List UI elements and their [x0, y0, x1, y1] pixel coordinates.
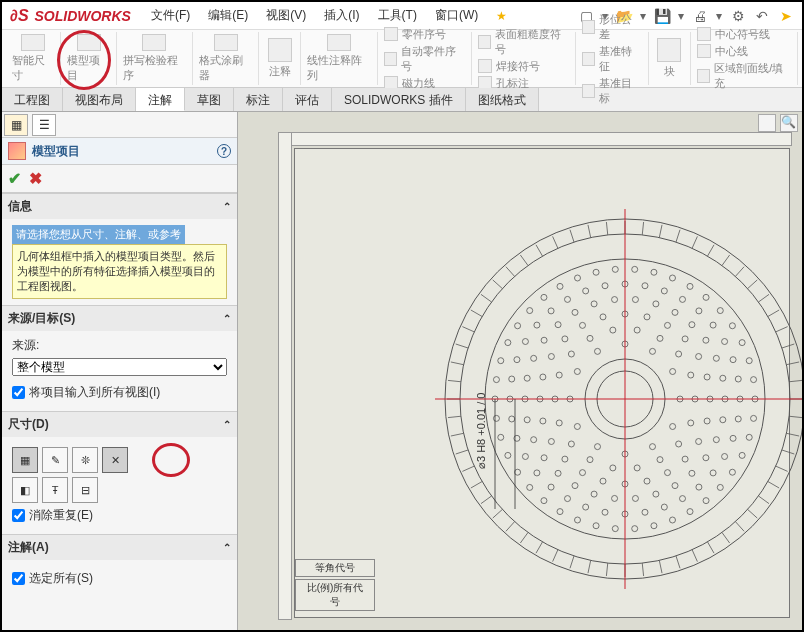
section-anno-header[interactable]: 注解(A)⌃ — [2, 535, 237, 560]
svg-line-225 — [786, 362, 799, 365]
ribbon-model-items[interactable]: 模型项目 — [61, 32, 116, 85]
tab-sw-addins[interactable]: SOLIDWORKS 插件 — [332, 88, 466, 111]
ribbon-auto-balloon[interactable]: 自动零件序号 — [384, 44, 465, 74]
svg-point-58 — [704, 374, 710, 380]
svg-line-175 — [735, 522, 744, 532]
dim-btn-instance[interactable]: ✎ — [42, 447, 68, 473]
eliminate-dup-checkbox[interactable]: 消除重复(E) — [12, 507, 227, 524]
svg-point-132 — [687, 509, 693, 515]
svg-point-94 — [696, 484, 702, 490]
svg-point-69 — [572, 483, 578, 489]
svg-point-111 — [534, 322, 540, 328]
svg-line-176 — [722, 532, 730, 543]
svg-point-128 — [739, 452, 745, 458]
svg-line-203 — [481, 294, 492, 302]
svg-point-163 — [729, 323, 735, 329]
svg-point-80 — [591, 301, 597, 307]
svg-point-19 — [676, 441, 682, 447]
chevron-up-icon: ⌃ — [223, 419, 231, 430]
svg-point-79 — [572, 309, 578, 315]
dim-btn-6[interactable]: Ŧ — [42, 477, 68, 503]
svg-line-196 — [448, 416, 461, 417]
tab-sheet-format[interactable]: 图纸格式 — [466, 88, 539, 111]
app-logo: ∂S SOLIDWORKS — [10, 7, 131, 25]
svg-point-119 — [680, 296, 686, 302]
svg-point-147 — [493, 377, 499, 383]
dim-btn-hole-wizard[interactable]: ✕ — [102, 447, 128, 473]
source-label: 来源: — [12, 337, 227, 354]
dim-btn-7[interactable]: ⊟ — [72, 477, 98, 503]
import-all-checkbox[interactable]: 将项目输入到所有视图(I) — [12, 384, 227, 401]
tab-sketch[interactable]: 草图 — [185, 88, 234, 111]
help-icon[interactable]: ? — [217, 144, 231, 158]
canvas-tool-search[interactable]: 🔍 — [780, 114, 798, 132]
ribbon-datum-target[interactable]: 基准目标 — [582, 76, 642, 106]
tab-view-layout[interactable]: 视图布局 — [63, 88, 136, 111]
svg-line-170 — [782, 450, 794, 454]
options-icon[interactable]: ⚙ — [730, 8, 746, 24]
ribbon-smart-dimension[interactable]: 智能尺寸 — [6, 32, 61, 85]
ribbon-surface-finish[interactable]: 表面粗糙度符号 — [478, 27, 569, 57]
svg-point-7 — [650, 444, 656, 450]
menu-star-icon[interactable]: ★ — [496, 9, 507, 23]
print-icon[interactable]: 🖨 — [692, 8, 708, 24]
tab-evaluate[interactable]: 评估 — [283, 88, 332, 111]
dim-btn-5[interactable]: ◧ — [12, 477, 38, 503]
ribbon-datum-feature[interactable]: 基准特征 — [582, 44, 642, 74]
section-source-header[interactable]: 来源/目标(S)⌃ — [2, 306, 237, 331]
dim-btn-not-marked[interactable]: ❊ — [72, 447, 98, 473]
drawing-canvas[interactable]: 🔍 — [238, 112, 802, 630]
ribbon-area-hatch[interactable]: 区域剖面线/填充 — [697, 61, 791, 91]
ribbon-spell-check[interactable]: 拼写检验程序 — [117, 32, 194, 85]
svg-point-62 — [703, 455, 709, 461]
dim-btn-marked[interactable]: ▦ — [12, 447, 38, 473]
section-dim-header[interactable]: 尺寸(D)⌃ — [2, 412, 237, 437]
svg-point-66 — [632, 495, 638, 501]
menu-window[interactable]: 窗口(W) — [435, 7, 478, 24]
ribbon-geo-tol[interactable]: 形位公差 — [582, 12, 642, 42]
ribbon-format-painter[interactable]: 格式涂刷器 — [193, 32, 259, 85]
pm-header: 模型项目 ? — [2, 138, 237, 165]
svg-line-173 — [758, 496, 769, 504]
ribbon-block[interactable]: 块 — [649, 32, 691, 85]
svg-point-91 — [730, 435, 736, 441]
tab-markup[interactable]: 标注 — [234, 88, 283, 111]
ribbon-centerline[interactable]: 中心线 — [697, 44, 791, 59]
svg-point-133 — [669, 517, 675, 523]
svg-point-159 — [669, 275, 675, 281]
svg-point-103 — [534, 470, 540, 476]
ok-button[interactable]: ✔ — [8, 169, 21, 188]
svg-point-67 — [612, 495, 618, 501]
svg-point-149 — [505, 340, 511, 346]
canvas-tool-1[interactable] — [758, 114, 776, 132]
menu-insert[interactable]: 插入(I) — [324, 7, 359, 24]
cursor-icon[interactable]: ➤ — [778, 8, 794, 24]
menu-edit[interactable]: 编辑(E) — [208, 7, 248, 24]
ribbon-linear-pattern[interactable]: 线性注释阵列 — [301, 32, 378, 85]
source-select[interactable]: 整个模型 — [12, 358, 227, 376]
menu-tools[interactable]: 工具(T) — [378, 7, 417, 24]
panel-tab-pm[interactable]: ▦ — [4, 114, 28, 136]
panel-tab-tree[interactable]: ☰ — [32, 114, 56, 136]
svg-point-140 — [541, 498, 547, 504]
svg-point-13 — [595, 348, 601, 354]
ribbon-balloon[interactable]: 零件序号 — [384, 27, 465, 42]
menu-file[interactable]: 文件(F) — [151, 7, 190, 24]
ribbon-weld-symbol[interactable]: 焊接符号 — [478, 59, 569, 74]
svg-point-48 — [540, 374, 546, 380]
select-all-checkbox[interactable]: 选定所有(S) — [12, 570, 227, 587]
section-info-header[interactable]: 信息⌃ — [2, 194, 237, 219]
tab-annotate[interactable]: 注解 — [136, 88, 185, 111]
save-icon[interactable]: 💾 — [654, 8, 670, 24]
ribbon-note[interactable]: 注释 — [259, 32, 301, 85]
svg-line-207 — [536, 245, 543, 256]
svg-point-110 — [522, 339, 528, 345]
cancel-button[interactable]: ✖ — [29, 169, 42, 188]
svg-point-136 — [612, 526, 618, 532]
tab-drawing[interactable]: 工程图 — [2, 88, 63, 111]
svg-point-142 — [515, 469, 521, 475]
ribbon-center-mark[interactable]: 中心符号线 — [697, 27, 791, 42]
undo-icon[interactable]: ↶ — [754, 8, 770, 24]
svg-line-209 — [570, 230, 574, 242]
menu-view[interactable]: 视图(V) — [266, 7, 306, 24]
